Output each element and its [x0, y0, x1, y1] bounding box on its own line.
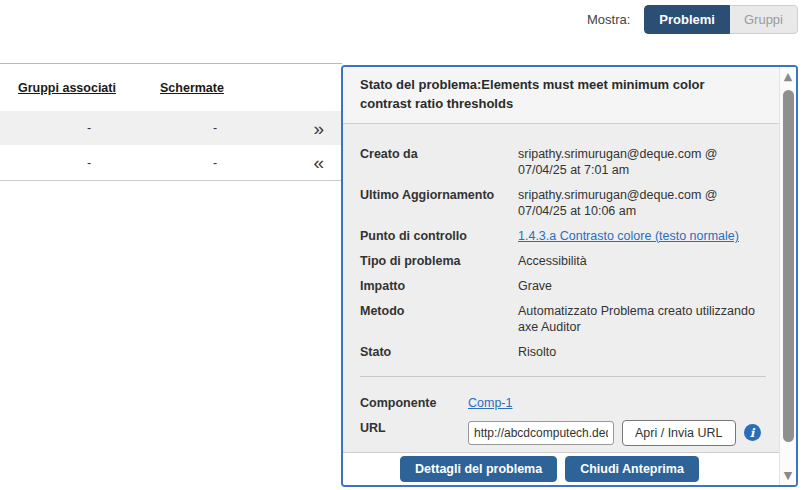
- column-header-schermate[interactable]: Schermate: [160, 81, 270, 95]
- field-row-stato: Stato Risolto: [360, 344, 766, 360]
- checkpoint-link[interactable]: 1.4.3.a Contrasto colore (testo normale): [518, 229, 739, 243]
- field-label: Ultimo Aggiornamento: [360, 187, 518, 219]
- field-label: Impatto: [360, 278, 518, 294]
- table-row[interactable]: - - «: [0, 145, 342, 181]
- field-label: URL: [360, 420, 468, 436]
- field-value: sripathy.srimurugan@deque.com @ 07/04/25…: [518, 146, 766, 178]
- issue-details-button[interactable]: Dettagli del problema: [400, 456, 557, 482]
- field-label: Stato: [360, 344, 518, 360]
- cell-gruppi-associati: -: [18, 121, 160, 135]
- field-row-punto-di-controllo: Punto di controllo 1.4.3.a Contrasto col…: [360, 228, 766, 244]
- field-row-componente: Componente Comp-1: [360, 395, 766, 411]
- issues-table: Gruppi associati Schermate - - » - - «: [0, 63, 342, 181]
- table-header-row: Gruppi associati Schermate: [0, 64, 342, 111]
- field-row-metodo: Metodo Automatizzato Problema creato uti…: [360, 303, 766, 335]
- field-value: Automatizzato Problema creato utilizzand…: [518, 303, 766, 335]
- table-row[interactable]: - - »: [0, 111, 342, 145]
- view-toggle-group: Problemi Gruppi: [644, 5, 798, 34]
- field-value: Grave: [518, 278, 552, 294]
- field-value: Risolto: [518, 344, 556, 360]
- field-value: Accessibilità: [518, 253, 587, 269]
- field-row-creato-da: Creato da sripathy.srimurugan@deque.com …: [360, 146, 766, 178]
- field-label: Componente: [360, 395, 468, 411]
- panel-scrollbar[interactable]: ▲ ▼: [779, 67, 796, 485]
- panel-footer: Dettagli del problema Chiudi Anteprima: [343, 452, 796, 485]
- page: Mostra: Problemi Gruppi Gruppi associati…: [0, 0, 803, 490]
- column-header-gruppi-associati[interactable]: Gruppi associati: [18, 81, 160, 95]
- field-label: Creato da: [360, 146, 518, 178]
- panel-title: Stato del problema:Elements must meet mi…: [343, 67, 796, 124]
- cell-schermate: -: [160, 121, 270, 135]
- cell-schermate: -: [160, 156, 270, 170]
- collapse-preview-icon[interactable]: «: [313, 153, 342, 172]
- toggle-problemi[interactable]: Problemi: [644, 5, 730, 34]
- toggle-gruppi[interactable]: Gruppi: [730, 5, 798, 34]
- url-input[interactable]: [468, 421, 614, 445]
- field-row-tipo-di-problema: Tipo di problema Accessibilità: [360, 253, 766, 269]
- field-label: Tipo di problema: [360, 253, 518, 269]
- field-row-ultimo-aggiornamento: Ultimo Aggiornamento sripathy.srimurugan…: [360, 187, 766, 219]
- open-send-url-button[interactable]: Apri / Invia URL: [622, 420, 736, 446]
- field-value: sripathy.srimurugan@deque.com @ 07/04/25…: [518, 187, 766, 219]
- expand-preview-icon[interactable]: »: [313, 119, 342, 138]
- show-toggle-bar: Mostra: Problemi Gruppi: [587, 5, 798, 34]
- field-row-url: URL Apri / Invia URL i: [360, 420, 766, 446]
- scroll-down-icon[interactable]: ▼: [784, 466, 792, 485]
- cell-gruppi-associati: -: [18, 156, 160, 170]
- field-row-impatto: Impatto Grave: [360, 278, 766, 294]
- issue-preview-panel: Stato del problema:Elements must meet mi…: [341, 65, 798, 487]
- field-label: Metodo: [360, 303, 518, 335]
- scroll-up-icon[interactable]: ▲: [784, 67, 792, 86]
- info-icon[interactable]: i: [744, 424, 761, 441]
- component-link[interactable]: Comp-1: [468, 396, 512, 410]
- field-label: Punto di controllo: [360, 228, 518, 244]
- scrollbar-thumb[interactable]: [783, 90, 794, 442]
- close-preview-button[interactable]: Chiudi Anteprima: [565, 456, 699, 482]
- section-divider: [360, 376, 766, 377]
- show-label: Mostra:: [587, 12, 630, 27]
- panel-body: Creato da sripathy.srimurugan@deque.com …: [343, 124, 796, 452]
